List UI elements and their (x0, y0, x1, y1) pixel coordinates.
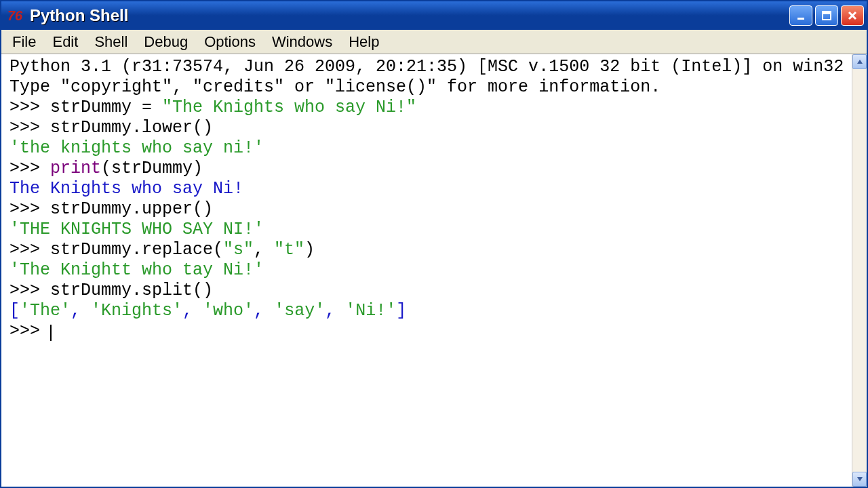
comma: , (254, 240, 274, 260)
titlebar[interactable]: 76 Python Shell (1, 1, 867, 30)
menu-help[interactable]: Help (340, 30, 387, 54)
input-print-args: (strDummy) (101, 159, 203, 178)
window-controls (789, 5, 864, 26)
menu-file[interactable]: File (4, 30, 44, 54)
menu-options[interactable]: Options (196, 30, 264, 54)
input-assign: strDummy = (50, 98, 162, 117)
string-literal: "The Knights who say Ni!" (162, 98, 416, 117)
output-replace: 'The Knightt who tay Ni!' (9, 260, 264, 280)
scroll-track[interactable] (852, 69, 867, 472)
string-literal: "s" (223, 240, 254, 260)
input-replace-pre: strDummy.replace( (50, 240, 223, 260)
shell-text[interactable]: Python 3.1 (r31:73574, Jun 26 2009, 20:2… (1, 54, 852, 487)
input-lower: strDummy.lower() (50, 118, 213, 138)
text-cursor (50, 325, 52, 341)
app-icon: 76 (5, 6, 24, 25)
prompt: >>> (9, 321, 50, 341)
banner-line1: Python 3.1 (r31:73574, Jun 26 2009, 20:2… (9, 57, 844, 77)
svg-rect-2 (823, 12, 831, 14)
input-upper: strDummy.upper() (50, 199, 213, 219)
paren-close: ) (304, 240, 315, 260)
scroll-up-button[interactable] (852, 54, 867, 69)
python-shell-window: 76 Python Shell File Edit Shell Debug Op… (0, 0, 868, 488)
output-upper: 'THE KNIGHTS WHO SAY NI!' (9, 220, 264, 239)
menu-edit[interactable]: Edit (44, 30, 86, 54)
menu-shell[interactable]: Shell (86, 30, 136, 54)
minimize-button[interactable] (789, 5, 812, 26)
output-split: ['The', 'Knights', 'who', 'say', 'Ni!'] (9, 301, 406, 321)
window-title: Python Shell (30, 6, 789, 25)
menubar: File Edit Shell Debug Options Windows He… (1, 30, 867, 54)
output-print: The Knights who say Ni! (9, 179, 243, 199)
prompt: >>> (9, 118, 50, 138)
content-area: Python 3.1 (r31:73574, Jun 26 2009, 20:2… (1, 54, 867, 487)
input-split: strDummy.split() (50, 281, 213, 300)
close-button[interactable] (841, 5, 864, 26)
output-lower: 'the knights who say ni!' (9, 138, 264, 158)
maximize-button[interactable] (815, 5, 838, 26)
menu-windows[interactable]: Windows (264, 30, 340, 54)
builtin-print: print (50, 159, 101, 178)
prompt: >>> (9, 98, 50, 117)
svg-rect-0 (797, 18, 804, 20)
banner-line2: Type "copyright", "credits" or "license(… (9, 77, 660, 97)
string-literal: "t" (274, 240, 304, 260)
prompt: >>> (9, 281, 50, 300)
vertical-scrollbar[interactable] (852, 54, 867, 487)
menu-debug[interactable]: Debug (136, 30, 196, 54)
scroll-down-button[interactable] (852, 472, 867, 487)
prompt: >>> (9, 240, 50, 260)
prompt: >>> (9, 199, 50, 219)
prompt: >>> (9, 159, 50, 178)
